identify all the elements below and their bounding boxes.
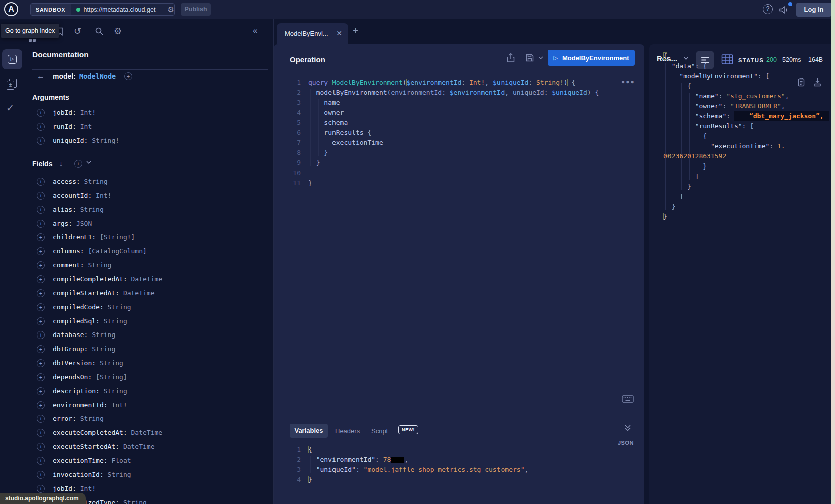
doc-field-row[interactable]: +dbtGroup: String: [24, 344, 274, 355]
doc-field-row[interactable]: +executeStartedAt: DateTime: [24, 442, 274, 453]
response-json-viewer[interactable]: { "data": { "modelByEnvironment": [ { "n…: [663, 51, 829, 232]
operation-panel: Operation ▷ ModelByEnvironment 1query Mo…: [274, 44, 644, 504]
doc-field-row[interactable]: +dependsOn: [String]: [24, 372, 274, 383]
apollo-logo[interactable]: A: [4, 2, 18, 16]
doc-field-row[interactable]: +executionTime: Float: [24, 456, 274, 467]
add-to-operation-button[interactable]: +: [37, 109, 45, 117]
add-to-operation-button[interactable]: +: [37, 443, 45, 451]
left-rail: ▷ ± ✓: [0, 19, 24, 504]
operation-editor[interactable]: 1query ModelByEnvironment($environmentId…: [274, 78, 644, 409]
sort-fields-icon[interactable]: ↓: [59, 160, 63, 168]
doc-field-row[interactable]: +compileStartedAt: DateTime: [24, 288, 274, 299]
save-icon[interactable]: [525, 53, 535, 63]
doc-field-row[interactable]: +error: String: [24, 414, 274, 425]
doc-field-row[interactable]: +uniqueId: String!: [24, 136, 274, 147]
code-line: 11}: [274, 178, 644, 188]
doc-field-row[interactable]: +compiledCode: String: [24, 302, 274, 313]
doc-breadcrumb-type-link[interactable]: ModelNode: [79, 72, 116, 80]
add-to-operation-button[interactable]: +: [37, 178, 45, 186]
doc-field-row[interactable]: +environmentId: Int!: [24, 400, 274, 411]
new-tab-button[interactable]: +: [353, 25, 358, 36]
doc-field-row[interactable]: +dbtVersion: String: [24, 358, 274, 369]
doc-field-row[interactable]: +args: JSON: [24, 219, 274, 230]
field-signature: error: String: [53, 415, 104, 422]
doc-field-row[interactable]: +compileCompletedAt: DateTime: [24, 274, 274, 285]
search-icon[interactable]: [95, 27, 104, 36]
add-to-operation-button[interactable]: +: [37, 373, 45, 381]
close-tab-icon[interactable]: ✕: [336, 29, 342, 37]
main-column: ModelByEnvi... ✕ + Operation ▷ ModelByEn…: [274, 19, 644, 504]
sidebar-item-checks[interactable]: ✓: [6, 102, 14, 114]
add-to-operation-button[interactable]: +: [37, 192, 45, 200]
code-line: }: [663, 202, 829, 212]
run-operation-button[interactable]: ▷ ModelByEnvironment: [548, 50, 635, 66]
login-button[interactable]: Log in: [796, 3, 831, 17]
doc-field-row[interactable]: +childrenL1: [String!]: [24, 232, 274, 243]
add-to-operation-button[interactable]: +: [37, 247, 45, 255]
announcements-icon[interactable]: [778, 5, 789, 15]
add-to-operation-button[interactable]: +: [37, 345, 45, 353]
add-to-operation-button[interactable]: +: [37, 387, 45, 395]
add-to-operation-button[interactable]: +: [37, 485, 45, 493]
tab-script[interactable]: Script: [371, 427, 388, 435]
chevron-down-icon[interactable]: [86, 161, 91, 164]
line-number: 4: [274, 108, 301, 118]
sidebar-item-operations[interactable]: ▷: [2, 49, 22, 69]
doc-field-row[interactable]: +access: String: [24, 177, 274, 188]
sidebar-item-schema[interactable]: ±: [7, 79, 18, 91]
top-bar: A SANDBOX https://metadata.cloud.get ⚙ P…: [0, 0, 835, 19]
add-to-operation-button[interactable]: +: [37, 359, 45, 367]
add-to-operation-button[interactable]: +: [37, 401, 45, 409]
add-to-operation-button[interactable]: +: [37, 137, 45, 145]
add-to-operation-button[interactable]: +: [37, 429, 45, 437]
help-icon[interactable]: ?: [763, 4, 773, 14]
doc-field-row[interactable]: +alias: String: [24, 205, 274, 216]
doc-field-row[interactable]: +runId: Int: [24, 122, 274, 133]
doc-field-row[interactable]: +jobId: Int!: [24, 108, 274, 119]
add-to-operation-button[interactable]: +: [37, 261, 45, 269]
doc-field-row[interactable]: +compiledSql: String: [24, 316, 274, 327]
code-line: {: [663, 131, 829, 141]
add-to-operation-button[interactable]: +: [37, 233, 45, 241]
tab-headers[interactable]: Headers: [335, 427, 360, 435]
tab-modelbyenvironment[interactable]: ModelByEnvi... ✕: [277, 23, 348, 44]
add-to-operation-button[interactable]: +: [37, 331, 45, 339]
collapse-variables-icon[interactable]: [624, 424, 631, 432]
share-icon[interactable]: [506, 52, 516, 63]
code-line: 9 }: [274, 158, 644, 168]
settings-gear-icon[interactable]: ⚙: [114, 26, 122, 37]
add-to-operation-button[interactable]: +: [37, 303, 45, 311]
doc-field-row[interactable]: +description: String: [24, 386, 274, 397]
add-to-operation-button[interactable]: +: [37, 123, 45, 131]
keyboard-shortcuts-icon[interactable]: [622, 395, 634, 403]
operation-options-icon[interactable]: ●●●: [621, 78, 635, 85]
collapse-panel-icon[interactable]: «: [253, 26, 257, 36]
tab-variables[interactable]: Variables: [290, 424, 328, 438]
doc-field-row[interactable]: +executeCompletedAt: DateTime: [24, 428, 274, 439]
endpoint-settings-gear-icon[interactable]: ⚙: [168, 5, 174, 14]
add-to-operation-button[interactable]: +: [37, 289, 45, 297]
add-to-operation-button[interactable]: +: [37, 317, 45, 325]
add-to-operation-button[interactable]: +: [37, 415, 45, 423]
line-number: 1: [274, 445, 301, 455]
publish-button[interactable]: Publish: [181, 3, 211, 16]
field-signature: alias: String: [53, 206, 104, 213]
sandbox-badge[interactable]: SANDBOX: [31, 4, 71, 15]
variables-editor[interactable]: 1{2 "environmentId": 78,3 "uniqueId": "m…: [274, 445, 644, 495]
doc-field-row[interactable]: +database: String: [24, 330, 274, 341]
add-to-operation-button[interactable]: +: [37, 471, 45, 479]
add-to-operation-button[interactable]: +: [37, 220, 45, 228]
add-to-operation-button[interactable]: +: [37, 275, 45, 283]
save-dropdown-chevron-icon[interactable]: [538, 56, 543, 60]
doc-field-row[interactable]: +columns: [CatalogColumn]: [24, 246, 274, 257]
doc-field-row[interactable]: +invocationId: String: [24, 470, 274, 481]
doc-field-row[interactable]: +accountId: Int!: [24, 191, 274, 202]
back-arrow-icon[interactable]: ←: [37, 72, 45, 81]
add-to-operation-button[interactable]: +: [37, 206, 45, 214]
endpoint-url-input[interactable]: https://metadata.cloud.get: [84, 6, 166, 13]
add-all-fields-button[interactable]: +: [124, 72, 132, 80]
add-fields-button[interactable]: +: [74, 160, 82, 168]
add-to-operation-button[interactable]: +: [37, 457, 45, 465]
doc-field-row[interactable]: +comment: String: [24, 260, 274, 271]
history-icon[interactable]: ↺: [74, 26, 81, 37]
